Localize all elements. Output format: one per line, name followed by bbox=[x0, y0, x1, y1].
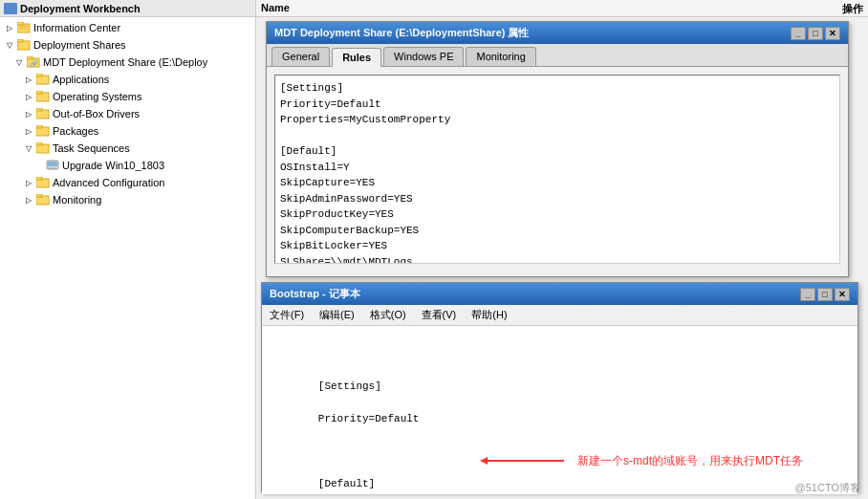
sidebar-item-applications[interactable]: ▷ Applications bbox=[0, 71, 255, 88]
toggle-os[interactable]: ▷ bbox=[24, 92, 33, 101]
notepad-maximize-button[interactable]: □ bbox=[817, 288, 833, 301]
sidebar-item-upgrade-win10[interactable]: Upgrade Win10_1803 bbox=[0, 157, 255, 174]
svg-marker-27 bbox=[480, 457, 488, 465]
tab-monitoring[interactable]: Monitoring bbox=[466, 47, 535, 66]
top-bar: Name 操作 bbox=[256, 0, 868, 17]
tab-general[interactable]: General bbox=[271, 47, 330, 66]
sidebar-item-task-sequences[interactable]: ▽ Task Sequences bbox=[0, 140, 255, 157]
tab-rules[interactable]: Rules bbox=[332, 48, 381, 67]
svg-rect-5 bbox=[17, 39, 23, 42]
toggle-information-center[interactable]: ▷ bbox=[5, 23, 14, 33]
svg-rect-1 bbox=[17, 22, 23, 25]
sidebar-item-drivers[interactable]: ▷ Out-of-Box Drivers bbox=[0, 105, 255, 122]
notepad-title-buttons: _ □ ✕ bbox=[800, 288, 850, 301]
column-action: 操作 bbox=[792, 0, 868, 16]
sidebar-item-operating-systems[interactable]: ▷ Operating Systems bbox=[0, 88, 255, 105]
packages-icon bbox=[35, 123, 51, 139]
watermark: @51CTO博客 bbox=[795, 481, 860, 495]
svg-rect-25 bbox=[36, 194, 42, 197]
notepad-title: Bootstrap - 记事本 bbox=[270, 287, 360, 301]
svg-rect-21 bbox=[49, 168, 56, 170]
sidebar-item-monitoring-label: Monitoring bbox=[53, 194, 101, 206]
workbench-icon bbox=[4, 3, 17, 14]
right-panel: Name 操作 MDT Deployment Share (E:\Deploym… bbox=[256, 0, 868, 499]
close-button[interactable]: ✕ bbox=[825, 27, 840, 40]
svg-rect-14 bbox=[36, 108, 42, 111]
dialog-title-buttons: _ □ ✕ bbox=[791, 27, 840, 40]
sidebar-item-os-label: Operating Systems bbox=[53, 91, 142, 102]
column-name: Name bbox=[256, 0, 792, 16]
notepad-line2: Priority=Default bbox=[318, 413, 420, 424]
sidebar-item-applications-label: Applications bbox=[53, 74, 109, 85]
toggle-drivers[interactable]: ▷ bbox=[24, 109, 33, 119]
sidebar-item-deployment-shares[interactable]: ▽ Deployment Shares bbox=[0, 36, 255, 54]
information-center-icon bbox=[16, 20, 32, 35]
sidebar-item-advanced-label: Advanced Configuration bbox=[53, 177, 164, 188]
menu-format[interactable]: 格式(O) bbox=[366, 306, 410, 324]
mdt-deployment-icon: 🔗 bbox=[26, 54, 41, 70]
sidebar-item-mdt-label: MDT Deployment Share (E:\Deploy bbox=[43, 56, 207, 68]
menu-view[interactable]: 查看(V) bbox=[418, 306, 461, 324]
sidebar-item-mdt-deployment[interactable]: ▽ 🔗 MDT Deployment Share (E:\Deploy bbox=[0, 54, 255, 71]
sidebar-item-drivers-label: Out-of-Box Drivers bbox=[53, 108, 140, 119]
workbench-header: Deployment Workbench bbox=[0, 0, 255, 17]
sidebar-item-deployment-shares-label: Deployment Shares bbox=[33, 39, 126, 51]
minimize-button[interactable]: _ bbox=[791, 27, 806, 40]
tree-view: ▷ Information Center ▽ Deployment Sha bbox=[0, 17, 255, 210]
toggle-applications[interactable]: ▷ bbox=[24, 75, 33, 84]
menu-help[interactable]: 帮助(H) bbox=[467, 306, 510, 324]
advanced-icon bbox=[35, 175, 51, 190]
notepad-content[interactable]: [Settings] Priority=Default [Default] Sk… bbox=[262, 326, 857, 494]
properties-dialog: MDT Deployment Share (E:\DeploymentShare… bbox=[266, 21, 849, 277]
notepad-close-button[interactable]: ✕ bbox=[835, 288, 850, 301]
svg-rect-3 bbox=[19, 29, 26, 31]
dialog-tabs: General Rules Windows PE Monitoring bbox=[267, 44, 848, 67]
annotation-container: 新建一个s-mdt的域账号，用来执行MDT任务 bbox=[488, 452, 803, 470]
svg-rect-16 bbox=[36, 125, 42, 128]
dialog-titlebar: MDT Deployment Share (E:\DeploymentShare… bbox=[267, 22, 848, 44]
svg-rect-2 bbox=[19, 26, 28, 28]
toggle-packages[interactable]: ▷ bbox=[24, 126, 33, 136]
menu-file[interactable]: 文件(F) bbox=[266, 306, 308, 324]
svg-rect-12 bbox=[36, 91, 42, 94]
notepad-titlebar: Bootstrap - 记事本 _ □ ✕ bbox=[262, 283, 857, 305]
sidebar-item-win10-label: Upgrade Win10_1803 bbox=[62, 160, 164, 171]
toggle-monitoring[interactable]: ▷ bbox=[24, 195, 33, 205]
rules-text-area[interactable]: [Settings] Priority=Default Properties=M… bbox=[274, 75, 840, 264]
deployment-shares-icon bbox=[16, 37, 32, 53]
menu-edit[interactable]: 编辑(E) bbox=[315, 306, 358, 324]
os-icon bbox=[35, 89, 51, 104]
left-panel: Deployment Workbench ▷ Information Cente… bbox=[0, 0, 256, 499]
dialog-title: MDT Deployment Share (E:\DeploymentShare… bbox=[274, 26, 530, 40]
toggle-win10[interactable] bbox=[33, 161, 43, 170]
toggle-advanced[interactable]: ▷ bbox=[24, 178, 33, 187]
svg-rect-18 bbox=[36, 142, 42, 145]
workbench-title-label: Deployment Workbench bbox=[20, 3, 141, 14]
dialog-content: [Settings] Priority=Default Properties=M… bbox=[267, 67, 848, 271]
sidebar-item-packages[interactable]: ▷ Packages bbox=[0, 122, 255, 140]
sidebar-item-packages-label: Packages bbox=[53, 125, 98, 137]
svg-rect-7 bbox=[27, 56, 33, 59]
sidebar-item-advanced-config[interactable]: ▷ Advanced Configuration bbox=[0, 174, 255, 191]
annotation-label: 新建一个s-mdt的域账号，用来执行MDT任务 bbox=[577, 452, 803, 470]
sidebar-item-tasks-label: Task Sequences bbox=[53, 142, 130, 154]
annotation-arrow-svg bbox=[488, 453, 574, 468]
sidebar-item-information-center[interactable]: ▷ Information Center bbox=[0, 19, 255, 36]
sidebar-item-monitoring[interactable]: ▷ Monitoring bbox=[0, 191, 255, 208]
maximize-button[interactable]: □ bbox=[808, 27, 823, 40]
notepad-window: Bootstrap - 记事本 _ □ ✕ 文件(F) 编辑(E) 格式(O) … bbox=[261, 282, 858, 492]
svg-text:🔗: 🔗 bbox=[30, 59, 38, 68]
tab-windows-pe[interactable]: Windows PE bbox=[383, 47, 464, 66]
notepad-minimize-button[interactable]: _ bbox=[800, 288, 815, 301]
notepad-line1: [Settings] bbox=[318, 380, 381, 392]
svg-rect-10 bbox=[36, 74, 42, 76]
notepad-inner: [Settings] Priority=Default [Default] Sk… bbox=[268, 362, 852, 494]
sidebar-item-information-center-label: Information Center bbox=[33, 22, 120, 33]
applications-icon bbox=[35, 72, 51, 87]
toggle-deployment-shares[interactable]: ▽ bbox=[5, 40, 14, 50]
svg-rect-23 bbox=[36, 177, 42, 180]
toggle-tasks[interactable]: ▽ bbox=[24, 143, 33, 153]
toggle-mdt-deployment[interactable]: ▽ bbox=[14, 57, 24, 67]
notepad-line4: [Default] bbox=[318, 478, 375, 489]
tasks-icon bbox=[35, 141, 51, 156]
